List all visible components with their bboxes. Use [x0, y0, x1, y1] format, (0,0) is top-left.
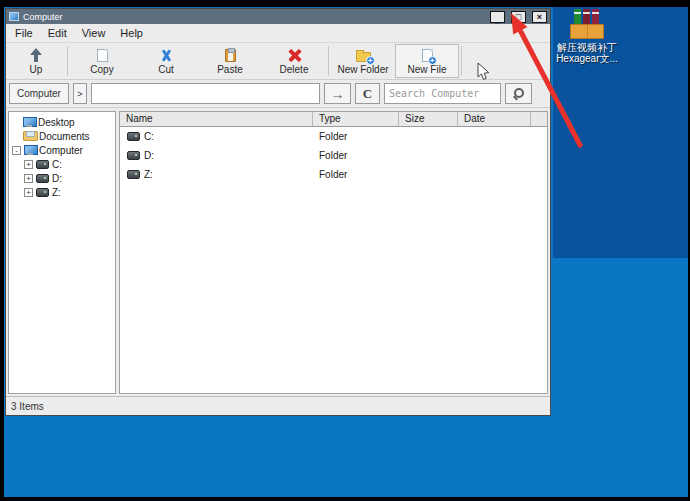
menu-edit[interactable]: Edit	[48, 27, 67, 39]
desktop-background: 解压视频补丁 Hexagear文... Computer _ □ × File …	[4, 7, 688, 497]
tree-item-desktop[interactable]: Desktop	[9, 115, 115, 129]
menu-view[interactable]: View	[82, 27, 106, 39]
address-bar: Computer > → C	[6, 80, 550, 108]
new-file-label: New File	[408, 64, 447, 75]
path-input[interactable]	[91, 83, 320, 104]
collapse-expander[interactable]: -	[12, 146, 21, 155]
copy-button[interactable]: Copy	[70, 44, 134, 78]
expand-expander[interactable]: +	[24, 174, 33, 183]
minimize-button[interactable]: _	[490, 11, 505, 23]
tree-item-drive-d[interactable]: + D:	[9, 171, 115, 185]
cut-scissors-icon	[160, 49, 173, 62]
tree-label: Computer	[39, 145, 83, 156]
winrar-archive-icon	[568, 9, 606, 39]
title-bar[interactable]: Computer _ □ ×	[6, 9, 550, 24]
up-arrow-icon	[29, 48, 43, 62]
tree-item-drive-z[interactable]: + Z:	[9, 185, 115, 199]
plus-badge-icon	[428, 56, 437, 65]
toolbar-separator	[328, 46, 329, 76]
menu-bar: File Edit View Help	[6, 24, 550, 43]
toolbar-separator	[67, 46, 68, 76]
file-row-drive-d[interactable]: D: Folder	[120, 146, 547, 165]
menu-file[interactable]: File	[15, 27, 33, 39]
location-button[interactable]: Computer	[9, 83, 69, 104]
close-button[interactable]: ×	[532, 11, 547, 23]
status-bar: 3 Items	[6, 396, 550, 415]
tree-label: Z:	[52, 187, 61, 198]
file-manager-window: Computer _ □ × File Edit View Help Up Co…	[5, 8, 551, 416]
paste-label: Paste	[217, 64, 243, 75]
cell-type: Folder	[313, 169, 399, 180]
window-title: Computer	[23, 12, 484, 22]
file-row-drive-c[interactable]: C: Folder	[120, 127, 547, 146]
location-chevron-button[interactable]: >	[73, 83, 87, 104]
tree-item-documents[interactable]: Documents	[9, 129, 115, 143]
delete-button[interactable]: Delete	[262, 44, 326, 78]
folder-tree-panel[interactable]: Desktop Documents - Computer + C:	[8, 111, 116, 394]
expand-expander[interactable]: +	[24, 160, 33, 169]
window-app-icon	[9, 12, 19, 21]
maximize-button[interactable]: □	[511, 11, 526, 23]
column-header-filler	[531, 112, 547, 126]
column-header-name[interactable]: Name	[120, 112, 313, 126]
copy-label: Copy	[90, 64, 113, 75]
up-button[interactable]: Up	[7, 44, 65, 78]
cut-button[interactable]: Cut	[134, 44, 198, 78]
new-folder-button[interactable]: New Folder	[331, 44, 395, 78]
column-header-date[interactable]: Date	[458, 112, 531, 126]
refresh-button[interactable]: C	[355, 83, 380, 104]
item-count-text: 3 Items	[11, 401, 44, 412]
toolbar-separator	[461, 46, 462, 76]
tree-label: C:	[52, 159, 62, 170]
tree-label: Documents	[39, 131, 90, 142]
copy-document-icon	[97, 49, 108, 62]
drive-icon	[127, 132, 140, 141]
documents-folder-icon	[23, 131, 36, 141]
list-header: Name Type Size Date	[120, 112, 547, 127]
cell-type: Folder	[313, 131, 399, 142]
new-folder-icon	[356, 52, 371, 62]
cell-name: C:	[144, 131, 154, 142]
cell-type: Folder	[313, 150, 399, 161]
delete-label: Delete	[280, 64, 309, 75]
minimize-glyph: _	[495, 19, 500, 21]
desktop-shortcut-label: 解压视频补丁 Hexagear文...	[546, 42, 628, 64]
delete-x-icon	[288, 49, 301, 62]
paste-button[interactable]: Paste	[198, 44, 262, 78]
toolbar: Up Copy Cut Paste Delete New Fo	[6, 43, 550, 80]
new-folder-label: New Folder	[337, 64, 388, 75]
new-file-button[interactable]: New File	[395, 44, 459, 78]
cut-label: Cut	[158, 64, 174, 75]
column-header-size[interactable]: Size	[399, 112, 458, 126]
menu-help[interactable]: Help	[120, 27, 143, 39]
paste-clipboard-icon	[225, 49, 236, 62]
computer-icon	[24, 145, 36, 155]
cell-name: D:	[144, 150, 154, 161]
desktop-monitor-icon	[23, 117, 35, 127]
new-file-icon	[422, 49, 433, 62]
drive-icon	[127, 151, 140, 160]
up-label: Up	[30, 64, 43, 75]
plus-badge-icon	[366, 56, 375, 65]
search-magnifier-icon	[513, 88, 524, 99]
desktop-shortcut-winrar-archive[interactable]: 解压视频补丁 Hexagear文...	[546, 9, 628, 64]
go-button[interactable]: →	[324, 83, 351, 104]
tree-item-computer[interactable]: - Computer	[9, 143, 115, 157]
content-area: Desktop Documents - Computer + C:	[6, 110, 550, 395]
file-list-panel[interactable]: Name Type Size Date C: Folder D: Folder	[119, 111, 548, 394]
expand-expander[interactable]: +	[24, 188, 33, 197]
column-header-type[interactable]: Type	[313, 112, 399, 126]
maximize-glyph: □	[516, 12, 521, 22]
drive-icon	[36, 188, 49, 197]
cell-name: Z:	[144, 169, 153, 180]
close-glyph: ×	[537, 12, 542, 22]
drive-icon	[36, 174, 49, 183]
search-button[interactable]	[505, 83, 532, 104]
search-input[interactable]	[384, 83, 501, 104]
drive-icon	[127, 170, 140, 179]
drive-icon	[36, 160, 49, 169]
tree-item-drive-c[interactable]: + C:	[9, 157, 115, 171]
tree-label: D:	[52, 173, 62, 184]
file-row-drive-z[interactable]: Z: Folder	[120, 165, 547, 184]
tree-label: Desktop	[38, 117, 75, 128]
